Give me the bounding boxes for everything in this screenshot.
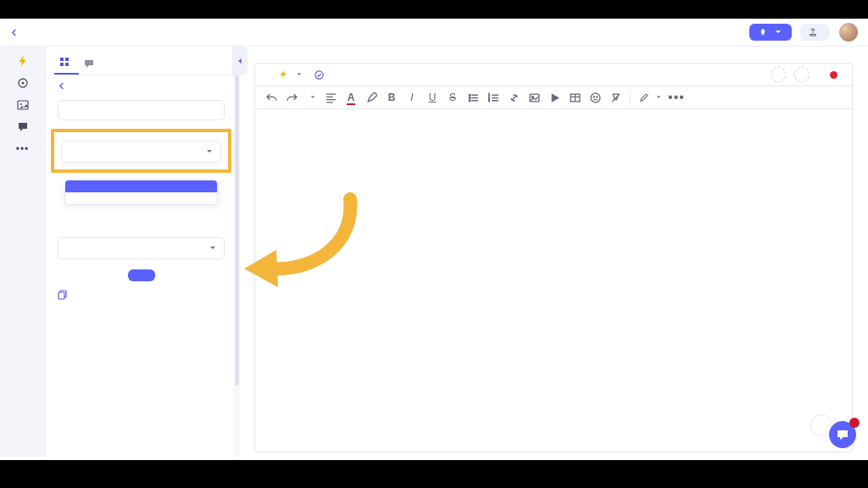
page-header <box>0 19 868 47</box>
rail-ai-images[interactable] <box>17 99 29 113</box>
undo-button[interactable] <box>265 92 277 103</box>
svg-rect-5 <box>65 58 69 61</box>
left-rail: ••• <box>0 47 46 457</box>
target-icon <box>17 77 29 89</box>
svg-point-20 <box>591 93 600 103</box>
svg-rect-9 <box>58 292 64 299</box>
app-root: ••• <box>0 19 868 460</box>
check-circle-icon <box>314 70 324 80</box>
highlight-button[interactable] <box>365 92 377 103</box>
status-dot-icon <box>830 71 837 79</box>
panel-tabs <box>46 47 236 75</box>
svg-point-11 <box>469 94 470 96</box>
rail-ai-writer[interactable] <box>17 55 29 69</box>
highlighted-details-block <box>51 129 231 173</box>
user-avatar[interactable] <box>839 23 858 42</box>
strike-button[interactable]: S <box>447 92 459 103</box>
panel-back-button[interactable] <box>58 82 225 90</box>
redo-button[interactable] <box>286 92 298 103</box>
editor-placeholder[interactable] <box>255 109 852 133</box>
tab-ai-chat[interactable] <box>79 58 103 75</box>
template-panel <box>46 47 237 457</box>
clear-format-button[interactable] <box>609 92 621 103</box>
chevron-down-icon <box>296 71 303 78</box>
collapse-panel-button[interactable] <box>232 47 248 75</box>
chat-badge <box>849 418 860 428</box>
editor-card: A B I U S 123 ••• <box>254 63 853 452</box>
format-dropdown[interactable] <box>306 94 316 101</box>
rocket-icon <box>759 28 767 36</box>
chevron-down-icon <box>209 244 217 252</box>
pencil-icon <box>639 93 648 103</box>
underline-button[interactable]: U <box>426 92 438 103</box>
bolt-icon <box>17 55 29 67</box>
more-toolbar-button[interactable]: ••• <box>670 92 682 103</box>
field-details-select[interactable] <box>61 141 221 163</box>
svg-point-10 <box>315 70 323 78</box>
image-icon <box>17 99 29 111</box>
copy-icon <box>58 290 68 300</box>
svg-text:3: 3 <box>488 98 490 102</box>
editor-toolbar: A B I U S 123 ••• <box>255 86 852 109</box>
chat-launcher[interactable] <box>829 421 856 448</box>
svg-point-1 <box>21 82 24 85</box>
collaborator-placeholder[interactable] <box>771 67 786 82</box>
bolt-icon <box>277 69 289 80</box>
option-url[interactable] <box>65 192 217 204</box>
link-button[interactable] <box>508 92 520 103</box>
svg-point-3 <box>20 103 22 105</box>
svg-rect-6 <box>60 63 64 66</box>
svg-point-13 <box>469 99 470 101</box>
svg-point-22 <box>596 96 597 97</box>
emoji-button[interactable] <box>589 92 601 103</box>
bold-button[interactable]: B <box>386 92 398 103</box>
italic-button[interactable]: I <box>406 92 418 103</box>
chevron-down-icon <box>309 94 316 101</box>
svg-rect-7 <box>65 63 69 66</box>
table-button[interactable] <box>569 92 581 103</box>
chevron-left-icon <box>236 58 243 64</box>
status-new-item[interactable] <box>830 71 842 79</box>
option-text[interactable] <box>65 180 217 192</box>
tab-ai-templates[interactable] <box>54 57 79 75</box>
share-button[interactable] <box>800 24 829 41</box>
align-button[interactable] <box>325 92 337 103</box>
generate-button[interactable] <box>128 269 155 281</box>
header-back-button[interactable] <box>10 29 19 36</box>
rail-message[interactable] <box>17 121 29 135</box>
editor-topbar <box>255 64 852 86</box>
details-dropdown <box>64 180 218 205</box>
chat-icon <box>84 58 94 69</box>
editing-mode-dropdown[interactable] <box>639 93 662 103</box>
text-color-button[interactable]: A <box>345 92 357 103</box>
svg-point-21 <box>593 96 594 97</box>
image-button[interactable] <box>528 92 540 103</box>
field-offered-input[interactable] <box>58 100 225 120</box>
number-list-button[interactable]: 123 <box>487 92 499 103</box>
chat-icon <box>836 428 849 441</box>
chat-icon <box>17 121 29 133</box>
video-button[interactable] <box>548 92 560 103</box>
collaborator-placeholder[interactable] <box>794 67 810 82</box>
rail-more[interactable]: ••• <box>16 143 30 157</box>
tone-dropdown[interactable] <box>277 69 303 80</box>
upload-icon <box>809 28 817 36</box>
rail-brief-seo[interactable] <box>17 77 29 91</box>
bullet-list-button[interactable] <box>467 92 479 103</box>
publish-button[interactable] <box>749 24 792 41</box>
svg-rect-4 <box>60 58 64 61</box>
chevron-down-icon <box>205 147 214 156</box>
bulk-generate-link[interactable] <box>58 290 225 300</box>
letter-a-icon: A <box>348 92 355 103</box>
dots-icon: ••• <box>16 143 30 155</box>
chevron-down-icon <box>774 28 782 36</box>
chevron-down-icon <box>655 94 662 101</box>
svg-point-12 <box>469 97 470 98</box>
field-tone-select[interactable] <box>58 237 225 259</box>
style-guide-link[interactable] <box>314 70 326 80</box>
templates-icon <box>59 57 70 67</box>
